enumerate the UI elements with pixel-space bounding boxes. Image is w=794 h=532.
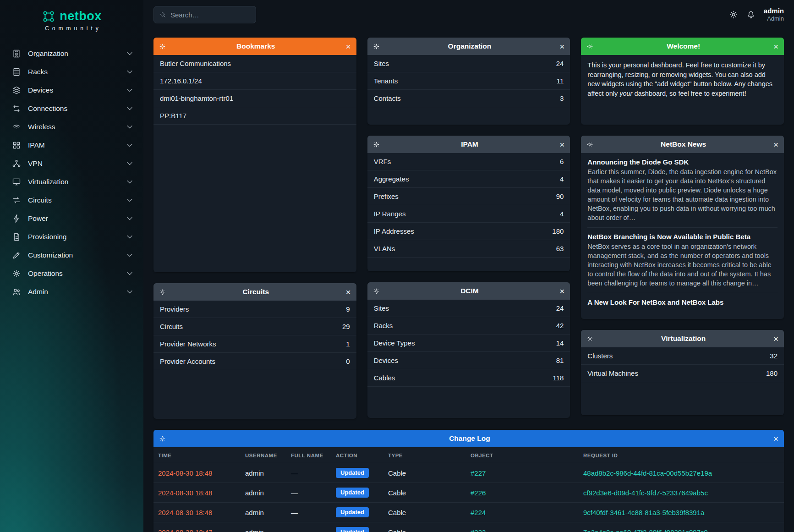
changelog-object-link[interactable]: #227 [471, 469, 486, 477]
sidebar: netbox Community Organization Racks Devi… [0, 0, 143, 532]
theme-toggle-button[interactable] [729, 10, 738, 19]
widget-close-icon[interactable]: × [559, 140, 564, 149]
sidebar-item-ipam[interactable]: IPAM [0, 136, 143, 154]
widget-column-2: Organization × Sites 24 Tenants 11 Conta… [367, 38, 570, 419]
stat-value: 14 [556, 339, 564, 347]
changelog-request-id-link[interactable]: 9cf40fdf-3461-4c88-81a3-5feb39f8391a [583, 509, 704, 516]
sidebar-item-customization[interactable]: Customization [0, 246, 143, 264]
sidebar-item-power[interactable]: Power [0, 209, 143, 228]
stat-value: 180 [552, 227, 564, 235]
widget-close-icon[interactable]: × [559, 287, 564, 296]
changelog-object-link[interactable]: #226 [471, 489, 486, 497]
widget-config-icon[interactable] [373, 141, 380, 148]
stat-row: Sites 24 [367, 55, 570, 72]
changelog-request-id-link[interactable]: 7e3a4e8c-aa60-47f2-80f6-f98301c997c9 [583, 528, 708, 532]
changelog-object-link[interactable]: #224 [471, 509, 486, 516]
stat-label-link[interactable]: Circuits [160, 323, 183, 330]
changelog-time-link[interactable]: 2024-08-30 18:48 [158, 469, 212, 477]
stat-value: 3 [560, 94, 564, 102]
stat-label-link[interactable]: Virtual Machines [587, 369, 638, 377]
news-title-link[interactable]: A New Look For NetBox and NetBox Labs [587, 298, 778, 306]
widget-close-icon[interactable]: × [773, 42, 778, 51]
sidebar-item-devices[interactable]: Devices [0, 81, 143, 99]
user-menu[interactable]: admin Admin [764, 7, 784, 23]
changelog-username: admin [241, 463, 286, 483]
sidebar-item-admin[interactable]: Admin [0, 283, 143, 301]
changelog-time-link[interactable]: 2024-08-30 18:48 [158, 489, 212, 497]
stat-label-link[interactable]: Sites [374, 60, 389, 67]
stat-label-link[interactable]: IP Addresses [374, 227, 414, 235]
stat-label-link[interactable]: Device Types [374, 339, 415, 347]
search-input[interactable] [170, 11, 250, 19]
stat-value: 118 [553, 374, 564, 382]
sidebar-item-label: Provisioning [28, 233, 66, 241]
stat-label-link[interactable]: Racks [374, 322, 393, 329]
sidebar-item-provisioning[interactable]: Provisioning [0, 228, 143, 246]
sidebar-item-operations[interactable]: Operations [0, 264, 143, 283]
widget-config-icon[interactable] [159, 43, 166, 50]
document-icon [12, 232, 21, 241]
network-icon [12, 159, 21, 168]
widget-config-icon[interactable] [373, 288, 380, 295]
changelog-object-link[interactable]: #223 [471, 528, 486, 532]
widget-config-icon[interactable] [373, 43, 380, 50]
widget-close-icon[interactable]: × [559, 42, 564, 51]
stat-label-link[interactable]: Cables [374, 374, 395, 382]
widget-config-icon[interactable] [159, 435, 166, 442]
sidebar-item-vpn[interactable]: VPN [0, 154, 143, 173]
sidebar-item-virtualization[interactable]: Virtualization [0, 173, 143, 191]
widget-virtualization: Virtualization × Clusters 32 Virtual Mac… [581, 330, 784, 415]
stat-label-link[interactable]: Contacts [374, 94, 401, 102]
stat-label-link[interactable]: VLANs [374, 245, 395, 252]
changelog-request-id-link[interactable]: cf92d3e6-d09d-41fc-9fd7-52337649ab5c [583, 489, 708, 497]
widget-config-icon[interactable] [586, 141, 593, 148]
stat-label-link[interactable]: Sites [374, 304, 389, 312]
stat-label-link[interactable]: Prefixes [374, 192, 399, 200]
changelog-time-link[interactable]: 2024-08-30 18:47 [158, 528, 212, 532]
sidebar-item-organization[interactable]: Organization [0, 44, 143, 63]
widget-config-icon[interactable] [586, 335, 593, 342]
news-title-link[interactable]: Announcing the Diode Go SDK [587, 158, 778, 166]
widget-close-icon[interactable]: × [346, 288, 351, 296]
stat-label-link[interactable]: IP Ranges [374, 210, 406, 218]
search-box[interactable] [153, 6, 256, 23]
stat-label-link[interactable]: Devices [374, 356, 398, 364]
widget-grid: Bookmarks × Butler Communications 172.16… [153, 38, 784, 419]
notifications-button[interactable] [746, 10, 756, 19]
bookmark-link[interactable]: Butler Communications [160, 60, 231, 67]
bookmark-link[interactable]: 172.16.0.1/24 [160, 77, 202, 85]
widget-close-icon[interactable]: × [773, 434, 778, 443]
stat-label-link[interactable]: Provider Accounts [160, 357, 215, 365]
stat-label-link[interactable]: Clusters [587, 352, 613, 360]
sidebar-item-connections[interactable]: Connections [0, 99, 143, 118]
stat-value: 32 [770, 352, 778, 360]
netbox-logo-icon [42, 10, 55, 23]
sidebar-item-circuits[interactable]: Circuits [0, 191, 143, 209]
bookmark-link[interactable]: dmi01-binghamton-rtr01 [160, 94, 233, 102]
widget-close-icon[interactable]: × [773, 140, 778, 149]
news-title-link[interactable]: NetBox Branching is Now Available in Pub… [587, 233, 778, 241]
stat-label-link[interactable]: Tenants [374, 77, 398, 85]
stat-label-link[interactable]: Provider Networks [160, 340, 216, 348]
stat-value: 90 [556, 192, 564, 200]
changelog-time-link[interactable]: 2024-08-30 18:48 [158, 509, 212, 516]
changelog-request-id-link[interactable]: 48ad8b2c-986d-44fd-81ca-00d55b27e19a [583, 469, 712, 477]
stat-row: Sites 24 [367, 300, 570, 317]
widget-config-icon[interactable] [159, 289, 166, 296]
widget-config-icon[interactable] [586, 43, 593, 50]
widget-close-icon[interactable]: × [346, 42, 351, 51]
bookmark-link[interactable]: PP:B117 [160, 112, 186, 120]
widget-close-icon[interactable]: × [773, 335, 778, 343]
stat-row: Providers 9 [153, 301, 356, 318]
column-header-username: Username [241, 447, 286, 463]
changelog-type: Cable [383, 463, 466, 483]
sidebar-item-label: Customization [28, 251, 73, 259]
sidebar-item-wireless[interactable]: Wireless [0, 118, 143, 136]
stat-label-link[interactable]: VRFs [374, 158, 391, 165]
chevron-down-icon [125, 287, 134, 296]
stat-label-link[interactable]: Aggregates [374, 175, 409, 183]
sidebar-item-racks[interactable]: Racks [0, 63, 143, 81]
brand[interactable]: netbox Community [0, 6, 143, 33]
sidebar-item-label: Racks [28, 68, 48, 76]
stat-label-link[interactable]: Providers [160, 305, 189, 313]
